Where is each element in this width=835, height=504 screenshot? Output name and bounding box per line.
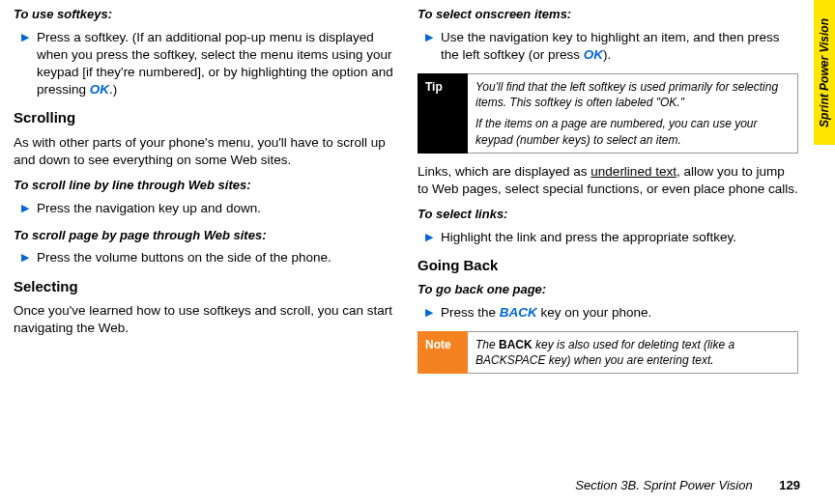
footer-section: Section 3B. Sprint Power Vision	[575, 478, 752, 492]
go-back-text: Press the BACK key on your phone.	[441, 304, 798, 322]
bullet-arrow-icon: ▶	[425, 229, 433, 246]
scroll-page-text: Press the volume buttons on the side of …	[37, 249, 394, 266]
bullet-arrow-icon: ▶	[425, 29, 433, 64]
side-tab-label: Sprint Power Vision	[818, 18, 831, 127]
going-back-heading: Going Back	[418, 256, 798, 275]
links-para: Links, which are displayed as underlined…	[418, 163, 798, 198]
scrolling-heading: Scrolling	[14, 108, 394, 127]
right-column: To select onscreen items: ▶ Use the navi…	[418, 6, 798, 383]
bullet-arrow-icon: ▶	[425, 304, 433, 322]
footer: Section 3B. Sprint Power Vision 129	[575, 478, 800, 492]
bullet-arrow-icon: ▶	[21, 200, 29, 217]
scroll-line-bullet: ▶ Press the navigation key up and down.	[21, 200, 394, 217]
ok-keyword: OK	[90, 82, 109, 97]
scroll-page-heading: To scroll page by page through Web sites…	[14, 227, 394, 244]
select-onscreen-heading: To select onscreen items:	[418, 6, 798, 23]
text: The	[475, 338, 499, 351]
scroll-line-text: Press the navigation key up and down.	[37, 200, 394, 217]
select-links-heading: To select links:	[418, 206, 798, 223]
select-links-text: Highlight the link and press the appropr…	[441, 229, 798, 246]
back-bold: BACK	[499, 338, 533, 351]
note-p: The BACK key is also used for deleting t…	[475, 337, 790, 368]
text: Press the	[441, 305, 500, 320]
tip-p2: If the items on a page are numbered, you…	[475, 116, 790, 147]
note-body: The BACK key is also used for deleting t…	[468, 331, 798, 374]
scrolling-para: As with other parts of your phone's menu…	[14, 134, 394, 169]
underlined-text: underlined text	[590, 164, 677, 179]
text: .)	[109, 82, 117, 97]
bullet-arrow-icon: ▶	[21, 29, 29, 99]
left-column: To use softkeys: ▶ Press a softkey. (If …	[14, 6, 394, 383]
tip-p1: You'll find that the left softkey is use…	[475, 79, 790, 110]
side-tab: Sprint Power Vision	[814, 0, 835, 145]
softkeys-bullet: ▶ Press a softkey. (If an additional pop…	[21, 29, 394, 99]
footer-page: 129	[779, 478, 800, 492]
ok-keyword: OK	[584, 47, 603, 62]
softkeys-heading: To use softkeys:	[14, 6, 394, 23]
text: ).	[603, 47, 611, 62]
go-back-bullet: ▶ Press the BACK key on your phone.	[425, 304, 798, 322]
tip-label: Tip	[418, 73, 468, 154]
tip-box: Tip You'll find that the left softkey is…	[418, 73, 798, 154]
text: key on your phone.	[537, 305, 652, 320]
bullet-arrow-icon: ▶	[21, 249, 29, 266]
softkeys-bullet-text: Press a softkey. (If an additional pop-u…	[37, 29, 394, 99]
selecting-para: Once you've learned how to use softkeys …	[14, 302, 394, 337]
note-label: Note	[418, 331, 468, 374]
page-columns: To use softkeys: ▶ Press a softkey. (If …	[0, 0, 835, 383]
selecting-heading: Selecting	[14, 277, 394, 296]
text: Links, which are displayed as	[418, 164, 590, 179]
scroll-line-heading: To scroll line by line through Web sites…	[14, 177, 394, 194]
note-box: Note The BACK key is also used for delet…	[418, 331, 798, 374]
select-onscreen-bullet: ▶ Use the navigation key to highlight an…	[425, 29, 798, 64]
select-onscreen-text: Use the navigation key to highlight an i…	[441, 29, 798, 64]
scroll-page-bullet: ▶ Press the volume buttons on the side o…	[21, 249, 394, 266]
select-links-bullet: ▶ Highlight the link and press the appro…	[425, 229, 798, 246]
tip-body: You'll find that the left softkey is use…	[468, 73, 798, 154]
go-back-heading: To go back one page:	[418, 281, 798, 298]
back-keyword: BACK	[500, 305, 537, 320]
